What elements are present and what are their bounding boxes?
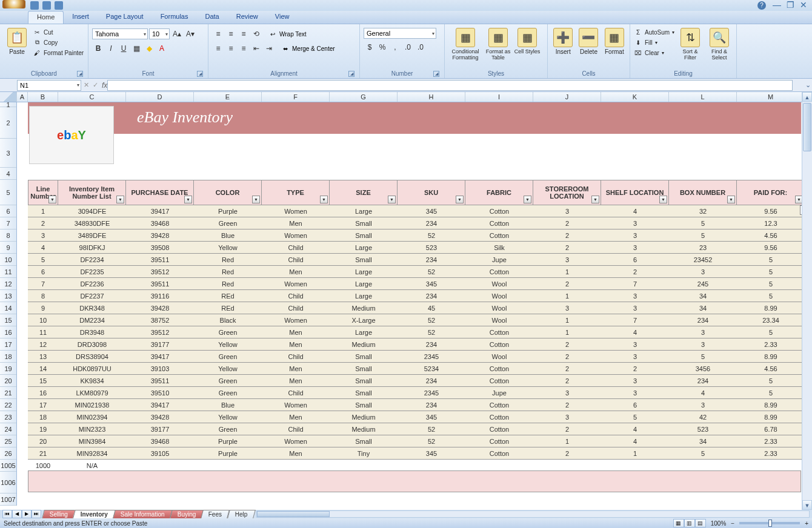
cell[interactable]: 39177 (126, 423, 194, 435)
table-header[interactable]: SIZE▼ (330, 180, 398, 205)
cell[interactable]: DRS38904 (58, 351, 126, 363)
cell[interactable]: 3 (601, 290, 669, 302)
tab-first-icon[interactable]: ⏮ (2, 510, 12, 518)
row-header-9[interactable]: 9 (0, 242, 16, 254)
cell[interactable]: 18 (28, 411, 58, 423)
table-header[interactable]: FABRIC▼ (465, 180, 533, 205)
cell[interactable]: Women (262, 229, 330, 242)
format-painter-button[interactable]: 🖌Format Painter (33, 48, 84, 57)
cell[interactable]: 2345 (398, 387, 465, 399)
cell[interactable]: 234 (398, 338, 465, 351)
align-top-button[interactable]: ≡ (212, 28, 224, 40)
cell[interactable]: 234 (398, 254, 465, 266)
column-header-C[interactable]: C (58, 92, 126, 102)
cell[interactable] (533, 460, 601, 472)
cell[interactable]: 7 (601, 314, 669, 326)
cell[interactable]: DM2234 (58, 314, 126, 326)
cell[interactable]: 2 (533, 399, 601, 411)
cell[interactable]: 234 (398, 375, 465, 387)
cell[interactable]: 523 (669, 423, 737, 435)
cell[interactable]: Men (262, 217, 330, 229)
cell[interactable]: Small (330, 229, 398, 242)
cell[interactable]: 3 (669, 266, 737, 278)
cell[interactable]: 39508 (126, 242, 194, 254)
cell[interactable]: 5 (28, 254, 58, 266)
cell[interactable]: Child (262, 242, 330, 254)
orientation-button[interactable]: ⟲ (250, 28, 262, 40)
cell[interactable]: 39428 (126, 411, 194, 423)
cell[interactable]: 39512 (126, 266, 194, 278)
cell[interactable]: 1 (28, 205, 58, 217)
cell[interactable]: Cotton (465, 375, 533, 387)
cell[interactable]: DR3948 (58, 326, 126, 338)
cell[interactable]: 2 (533, 278, 601, 290)
cell[interactable]: Cotton (465, 217, 533, 229)
cell[interactable]: 3 (601, 351, 669, 363)
cell[interactable]: 52 (398, 314, 465, 326)
cell[interactable]: Tiny (330, 447, 398, 460)
cell[interactable]: DRD3098 (58, 338, 126, 351)
row-header-12[interactable]: 12 (0, 278, 16, 290)
cell[interactable]: 4 (669, 387, 737, 399)
help-button[interactable]: ? (757, 1, 766, 10)
cell[interactable]: 52 (398, 266, 465, 278)
cell[interactable]: 2 (533, 338, 601, 351)
column-header-D[interactable]: D (126, 92, 194, 102)
decrease-indent-button[interactable]: ⇤ (250, 42, 262, 54)
underline-button[interactable]: U (118, 42, 130, 54)
cell[interactable]: 4 (601, 326, 669, 338)
cell[interactable]: Child (262, 351, 330, 363)
cell[interactable]: 5 (669, 447, 737, 460)
row-header-5[interactable]: 5 (0, 180, 16, 205)
cell[interactable]: REd (194, 290, 262, 302)
cell[interactable]: Cotton (465, 363, 533, 375)
zoom-in-icon[interactable]: + (805, 520, 808, 527)
comma-button[interactable]: , (389, 41, 401, 53)
row-header-17[interactable]: 17 (0, 338, 16, 351)
table-header[interactable]: STOREROOM LOCATION▼ (533, 180, 601, 205)
currency-button[interactable]: $ (364, 41, 376, 53)
cell[interactable]: Cotton (465, 411, 533, 423)
cell[interactable]: Cotton (465, 423, 533, 435)
cell[interactable]: Silk (465, 242, 533, 254)
cell[interactable]: 15 (28, 375, 58, 387)
scroll-up-icon[interactable]: ▲ (802, 92, 812, 102)
zoom-level[interactable]: 100% (711, 520, 727, 527)
cell[interactable]: Small (330, 217, 398, 229)
cell[interactable]: HDK0897UU (58, 363, 126, 375)
cell[interactable]: Child (262, 423, 330, 435)
font-size-combo[interactable]: 10 (149, 28, 170, 39)
format-as-table-button[interactable]: ▦Format as Table (485, 28, 511, 61)
row-header-3[interactable]: 3 (0, 139, 16, 168)
filter-dropdown-icon[interactable]: ▼ (184, 196, 192, 203)
cell[interactable]: Green (194, 375, 262, 387)
cell[interactable]: DF2237 (58, 290, 126, 302)
cell[interactable]: 32 (669, 205, 737, 217)
cell[interactable]: 2.33 (737, 447, 805, 460)
cell[interactable]: 8.99 (737, 302, 805, 314)
table-header[interactable]: Line Number▼ (28, 180, 58, 205)
row-header-15[interactable]: 15 (0, 314, 16, 326)
cell[interactable]: 3 (533, 254, 601, 266)
row-header-11[interactable]: 11 (0, 266, 16, 278)
grow-font-button[interactable]: A▴ (171, 28, 183, 40)
cell[interactable]: 23.34 (737, 314, 805, 326)
cell[interactable]: 16 (28, 387, 58, 399)
cell[interactable]: 3094DFE (58, 205, 126, 217)
cell[interactable]: MIN92834 (58, 447, 126, 460)
cell[interactable]: 20 (28, 435, 58, 447)
cell[interactable]: Black (194, 314, 262, 326)
row-header-16[interactable]: 16 (0, 326, 16, 338)
format-cells-button[interactable]: ▦Format (603, 28, 626, 55)
row-header-8[interactable]: 8 (0, 229, 16, 242)
cell[interactable]: 2 (533, 375, 601, 387)
scroll-thumb[interactable] (803, 103, 811, 151)
filter-dropdown-icon[interactable]: ▼ (524, 196, 531, 203)
cell[interactable]: 2 (533, 242, 601, 254)
row-header-14[interactable]: 14 (0, 302, 16, 314)
filter-dropdown-icon[interactable]: ▼ (659, 196, 667, 203)
column-header-F[interactable]: F (262, 92, 330, 102)
cell[interactable]: 9.56 (737, 205, 805, 217)
cell[interactable]: 39468 (126, 435, 194, 447)
row-header-4[interactable]: 4 (0, 168, 16, 180)
